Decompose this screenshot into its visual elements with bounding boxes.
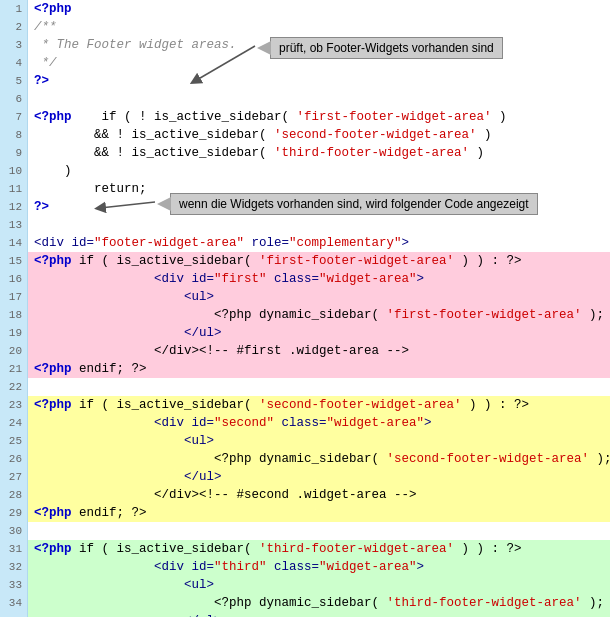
code-token: "widget-area" <box>319 272 417 286</box>
code-token: <?php <box>34 542 72 556</box>
code-token: endif; ?> <box>72 362 147 376</box>
code-line: 16 <div id="first" class="widget-area"> <box>0 270 610 288</box>
line-content <box>28 378 610 396</box>
code-token: ! is_active_sidebar( <box>139 110 297 124</box>
code-token: 'first-footer-widget-area' <box>259 254 454 268</box>
code-token: <div id= <box>34 272 214 286</box>
code-line: 33 <ul> <box>0 576 610 594</box>
code-token: ) ) : ?> <box>454 542 522 556</box>
code-token: ) <box>469 146 484 160</box>
code-token: ) <box>492 110 507 124</box>
line-content: <?php dynamic_sidebar( 'third-footer-wid… <box>28 594 610 612</box>
code-line: 19 </ul> <box>0 324 610 342</box>
code-token: <ul> <box>34 434 214 448</box>
code-token: "first" <box>214 272 267 286</box>
code-token: class= <box>267 560 320 574</box>
code-token: if ( is_active_sidebar( <box>72 542 260 556</box>
line-number: 21 <box>0 360 28 378</box>
line-number: 33 <box>0 576 28 594</box>
line-content: <?php if ( is_active_sidebar( 'third-foo… <box>28 540 610 558</box>
line-content: /** <box>28 18 610 36</box>
code-token: "footer-widget-area" <box>94 236 244 250</box>
code-token: <div id= <box>34 416 214 430</box>
line-number: 9 <box>0 144 28 162</box>
code-token: ?> <box>34 74 49 88</box>
code-token: ) ) : ?> <box>462 398 530 412</box>
code-line: 5?> <box>0 72 610 90</box>
line-number: 32 <box>0 558 28 576</box>
line-number: 34 <box>0 594 28 612</box>
line-content: </ul> <box>28 612 610 617</box>
code-token: <ul> <box>34 290 214 304</box>
code-token: </ul> <box>34 326 222 340</box>
code-token: "widget-area" <box>327 416 425 430</box>
callout1-text: prüft, ob Footer-Widgets vorhanden sind <box>279 41 494 55</box>
line-number: 3 <box>0 36 28 54</box>
line-content: </ul> <box>28 324 610 342</box>
code-line: 15<?php if ( is_active_sidebar( 'first-f… <box>0 252 610 270</box>
line-content: </div><!-- #second .widget-area --> <box>28 486 610 504</box>
line-number: 1 <box>0 0 28 18</box>
code-token: <?php <box>34 110 72 124</box>
code-token: 'third-footer-widget-area' <box>274 146 469 160</box>
line-number: 24 <box>0 414 28 432</box>
line-number: 4 <box>0 54 28 72</box>
code-token: ) ) : ?> <box>454 254 522 268</box>
code-line: 7<?php if ( ! is_active_sidebar( 'first-… <box>0 108 610 126</box>
code-token: endif; ?> <box>72 506 147 520</box>
code-line: 26 <?php dynamic_sidebar( 'second-footer… <box>0 450 610 468</box>
line-number: 13 <box>0 216 28 234</box>
line-number: 5 <box>0 72 28 90</box>
code-line: 32 <div id="third" class="widget-area"> <box>0 558 610 576</box>
code-token: && ! is_active_sidebar( <box>34 128 274 142</box>
code-token: > <box>424 416 432 430</box>
code-token: </div><!-- #first .widget-area --> <box>34 344 409 358</box>
code-token: return; <box>34 182 147 196</box>
code-token: && ! is_active_sidebar( <box>34 146 274 160</box>
code-line: 14<div id="footer-widget-area" role="com… <box>0 234 610 252</box>
code-token: class= <box>274 416 327 430</box>
code-line: 2/** <box>0 18 610 36</box>
code-line: 27 </ul> <box>0 468 610 486</box>
code-token: </div><!-- #second .widget-area --> <box>34 488 417 502</box>
line-number: 22 <box>0 378 28 396</box>
line-number: 15 <box>0 252 28 270</box>
code-line: 35 </ul> <box>0 612 610 617</box>
code-token: ) <box>477 128 492 142</box>
code-line: 13 <box>0 216 610 234</box>
code-token: > <box>417 272 425 286</box>
code-line: 9 && ! is_active_sidebar( 'third-footer-… <box>0 144 610 162</box>
code-token: 'second-footer-widget-area' <box>274 128 477 142</box>
code-token: ?> <box>34 200 49 214</box>
code-token: "widget-area" <box>319 560 417 574</box>
line-content: <div id="third" class="widget-area"> <box>28 558 610 576</box>
code-token: <?php <box>34 254 72 268</box>
code-line: 23<?php if ( is_active_sidebar( 'second-… <box>0 396 610 414</box>
line-number: 7 <box>0 108 28 126</box>
line-number: 25 <box>0 432 28 450</box>
code-view: 1<?php2/**3 * The Footer widget areas.4 … <box>0 0 610 617</box>
code-line: 34 <?php dynamic_sidebar( 'third-footer-… <box>0 594 610 612</box>
code-line: 21<?php endif; ?> <box>0 360 610 378</box>
code-token: if ( is_active_sidebar( <box>72 398 260 412</box>
code-token: <?php dynamic_sidebar( <box>34 452 387 466</box>
line-content: <?php endif; ?> <box>28 360 610 378</box>
code-line: 8 && ! is_active_sidebar( 'second-footer… <box>0 126 610 144</box>
code-token: role= <box>244 236 289 250</box>
line-content: <?php dynamic_sidebar( 'first-footer-wid… <box>28 306 610 324</box>
line-number: 26 <box>0 450 28 468</box>
code-token: if ( is_active_sidebar( <box>72 254 260 268</box>
line-number: 29 <box>0 504 28 522</box>
code-line: 6 <box>0 90 610 108</box>
line-content: <?php endif; ?> <box>28 504 610 522</box>
code-token: > <box>402 236 410 250</box>
code-token: class= <box>267 272 320 286</box>
code-token: <?php <box>34 398 72 412</box>
code-token: <?php <box>34 2 72 16</box>
line-content: ) <box>28 162 610 180</box>
line-number: 14 <box>0 234 28 252</box>
code-token: "complementary" <box>289 236 402 250</box>
line-content: <?php dynamic_sidebar( 'second-footer-wi… <box>28 450 610 468</box>
code-token: "third" <box>214 560 267 574</box>
line-number: 35 <box>0 612 28 617</box>
